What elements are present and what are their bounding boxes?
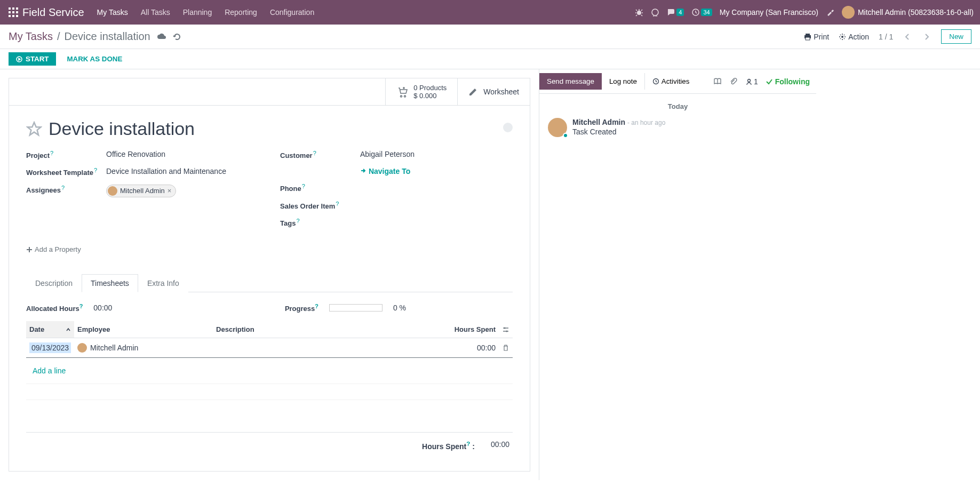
- avatar: [842, 6, 855, 19]
- activities-button[interactable]: Activities: [645, 73, 697, 90]
- cell-hours[interactable]: 00:00: [435, 338, 499, 358]
- chatter-day-separator: Today: [548, 102, 808, 110]
- action-label: Action: [848, 33, 869, 41]
- trash-icon: [502, 344, 509, 352]
- label-customer: Customer: [280, 151, 313, 159]
- tab-description[interactable]: Description: [26, 274, 82, 292]
- field-project[interactable]: Office Renovation: [106, 150, 259, 158]
- activities-clock-icon[interactable]: 34: [691, 8, 712, 17]
- help-icon[interactable]: ?: [296, 218, 299, 224]
- svg-point-20: [747, 79, 750, 82]
- send-message-button[interactable]: Send message: [539, 73, 602, 90]
- help-icon[interactable]: ?: [313, 150, 316, 156]
- new-button[interactable]: New: [941, 29, 971, 44]
- stat-button-products[interactable]: 0 Products $ 0.000: [385, 78, 457, 105]
- field-customer[interactable]: Abigail Peterson: [360, 150, 513, 158]
- help-icon[interactable]: ?: [61, 185, 65, 191]
- user-icon: [745, 78, 753, 85]
- messages-icon[interactable]: 4: [667, 8, 684, 17]
- menu-planning[interactable]: Planning: [183, 8, 212, 17]
- action-button[interactable]: Action: [839, 33, 869, 41]
- col-optional[interactable]: [499, 321, 513, 338]
- mark-done-button[interactable]: MARK AS DONE: [62, 52, 126, 66]
- following-button[interactable]: Following: [766, 77, 810, 86]
- progress-bar: [329, 304, 383, 312]
- col-hours-spent[interactable]: Hours Spent: [435, 321, 499, 338]
- followers-button[interactable]: 1: [745, 77, 758, 86]
- cloud-save-icon[interactable]: [157, 32, 166, 42]
- play-circle-icon: [16, 56, 22, 62]
- assignee-tag[interactable]: Mitchell Admin ×: [106, 185, 176, 197]
- chatter-topbar: Send message Log note Activities 1: [539, 69, 816, 94]
- tab-timesheets[interactable]: Timesheets: [82, 274, 138, 292]
- label-phone: Phone: [280, 185, 301, 193]
- priority-star-icon[interactable]: [26, 121, 42, 137]
- user-menu[interactable]: Mitchell Admin (50823638-16-0-all): [842, 6, 974, 19]
- task-title[interactable]: Device installation: [49, 118, 195, 139]
- help-icon[interactable]: ?: [79, 303, 83, 309]
- label-allocated-hours: Allocated Hours: [26, 305, 79, 313]
- form-content: Device installation Project? Office Reno…: [9, 106, 530, 471]
- col-date[interactable]: Date: [26, 321, 74, 338]
- worksheet-label: Worksheet: [483, 87, 519, 96]
- add-line-row: Add a line: [26, 358, 513, 384]
- menu-configuration[interactable]: Configuration: [270, 8, 314, 17]
- cart-plus-icon: [396, 86, 408, 98]
- menu-reporting[interactable]: Reporting: [225, 8, 257, 17]
- col-employee[interactable]: Employee: [74, 321, 213, 338]
- topbar: Field Service My Tasks All Tasks Plannin…: [0, 0, 980, 25]
- tools-icon[interactable]: [826, 8, 834, 17]
- cell-date[interactable]: 09/13/2023: [26, 338, 74, 358]
- field-allocated-hours[interactable]: 00:00: [93, 304, 112, 312]
- apps-icon[interactable]: [9, 7, 18, 17]
- form-sheet: 0 Products $ 0.000 Worksheet D: [9, 78, 530, 472]
- log-note-button[interactable]: Log note: [602, 73, 645, 90]
- svg-rect-6: [9, 15, 11, 17]
- messages-badge: 4: [676, 9, 684, 16]
- field-worksheet-template[interactable]: Device Installation and Maintenance: [106, 167, 259, 175]
- help-icon[interactable]: ?: [50, 150, 53, 156]
- remove-tag-icon[interactable]: ×: [168, 187, 172, 195]
- cell-employee[interactable]: Mitchell Admin: [74, 338, 213, 358]
- start-label: START: [26, 55, 49, 63]
- pager-prev-icon[interactable]: [903, 33, 912, 41]
- support-icon[interactable]: [651, 8, 659, 17]
- brand-title[interactable]: Field Service: [22, 6, 84, 19]
- menu-my-tasks[interactable]: My Tasks: [97, 8, 128, 17]
- kanban-state-icon[interactable]: [503, 123, 513, 132]
- cell-delete[interactable]: [499, 338, 513, 358]
- assignee-name: Mitchell Admin: [120, 187, 165, 195]
- help-icon[interactable]: ?: [466, 440, 470, 447]
- help-icon[interactable]: ?: [302, 183, 305, 189]
- help-icon[interactable]: ?: [315, 303, 318, 309]
- add-property-button[interactable]: Add a Property: [26, 245, 81, 253]
- start-button[interactable]: START: [9, 52, 56, 66]
- cell-description[interactable]: [213, 338, 435, 358]
- help-icon[interactable]: ?: [336, 201, 339, 207]
- print-button[interactable]: Print: [804, 33, 829, 41]
- reading-mode-icon[interactable]: [713, 77, 722, 86]
- svg-rect-14: [806, 37, 810, 40]
- breadcrumb-root[interactable]: My Tasks: [9, 30, 53, 43]
- tab-extra-info[interactable]: Extra Info: [138, 274, 188, 292]
- stat-button-worksheet[interactable]: Worksheet: [457, 78, 530, 105]
- svg-point-17: [504, 327, 506, 329]
- footer-hours-label: Hours Spent: [422, 442, 466, 451]
- message-avatar[interactable]: [548, 118, 567, 137]
- add-line-button[interactable]: Add a line: [29, 362, 509, 379]
- field-assignees[interactable]: Mitchell Admin ×: [106, 185, 259, 197]
- col-description[interactable]: Description: [213, 321, 435, 338]
- pager-next-icon[interactable]: [922, 33, 931, 41]
- timesheet-row[interactable]: 09/13/2023 Mitchell Admin 00:00: [26, 338, 513, 358]
- help-icon[interactable]: ?: [94, 167, 97, 173]
- label-progress: Progress: [285, 305, 315, 313]
- discard-icon[interactable]: [173, 33, 181, 41]
- menu-all-tasks[interactable]: All Tasks: [141, 8, 170, 17]
- svg-point-18: [506, 330, 508, 332]
- navigate-to-link[interactable]: Navigate To: [360, 167, 410, 175]
- company-selector[interactable]: My Company (San Francisco): [720, 8, 818, 17]
- message-author[interactable]: Mitchell Admin: [572, 118, 625, 126]
- bug-icon[interactable]: [635, 8, 643, 17]
- attachment-icon[interactable]: [729, 77, 738, 86]
- pager[interactable]: 1 / 1: [879, 33, 893, 41]
